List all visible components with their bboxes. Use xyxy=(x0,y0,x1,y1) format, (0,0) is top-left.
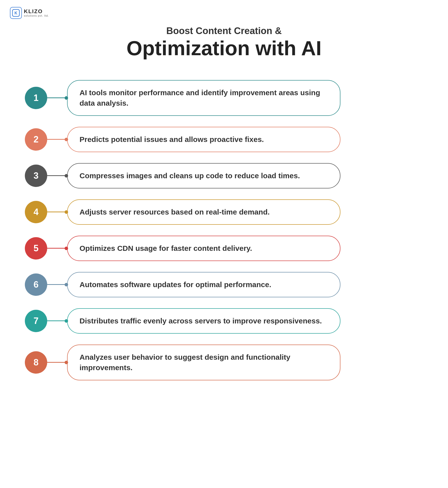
item-box-7: Distributes traffic evenly across server… xyxy=(67,308,340,334)
header-section: Boost Content Creation & Optimization wi… xyxy=(0,0,448,70)
logo-text: KLIZO solutions pvt. ltd. xyxy=(24,9,49,17)
list-item-1: 1 AI tools monitor performance and ident… xyxy=(25,75,423,121)
item-text-4: Adjusts server resources based on real-t… xyxy=(80,208,270,216)
circle-number-2: 2 xyxy=(25,128,47,151)
connector-dot-7 xyxy=(65,319,68,323)
circle-number-7: 7 xyxy=(25,310,47,332)
logo: K KLIZO solutions pvt. ltd. xyxy=(10,7,49,19)
list-item-8: 8 Analyzes user behavior to suggest desi… xyxy=(25,339,423,386)
item-text-7: Distributes traffic evenly across server… xyxy=(80,317,322,325)
connector-dot-1 xyxy=(65,96,68,100)
circle-number-1: 1 xyxy=(25,87,47,109)
item-text-2: Predicts potential issues and allows pro… xyxy=(80,135,264,143)
connector-dot-8 xyxy=(65,361,68,364)
logo-icon: K xyxy=(10,7,22,19)
connector-dot-4 xyxy=(65,210,68,214)
header-title: Optimization with AI xyxy=(0,37,448,59)
header-subtitle: Boost Content Creation & xyxy=(0,25,448,37)
item-text-5: Optimizes CDN usage for faster content d… xyxy=(80,244,252,252)
list-item-4: 4 Adjusts server resources based on real… xyxy=(25,194,423,230)
item-box-6: Automates software updates for optimal p… xyxy=(67,272,340,297)
connector-line-4 xyxy=(47,212,67,212)
connector-line-8 xyxy=(47,362,67,363)
connector-line-5 xyxy=(47,248,67,249)
list-item-5: 5 Optimizes CDN usage for faster content… xyxy=(25,230,423,266)
item-text-3: Compresses images and cleans up code to … xyxy=(80,172,300,180)
item-box-2: Predicts potential issues and allows pro… xyxy=(67,127,340,152)
logo-name: KLIZO xyxy=(24,9,49,14)
connector-line-7 xyxy=(47,320,67,321)
item-box-1: AI tools monitor performance and identif… xyxy=(67,80,340,116)
connector-dot-2 xyxy=(65,138,68,141)
connector-line-1 xyxy=(47,97,67,98)
circle-number-8: 8 xyxy=(25,351,47,374)
item-text-1: AI tools monitor performance and identif… xyxy=(80,89,320,107)
connector-dot-5 xyxy=(65,247,68,250)
circle-number-6: 6 xyxy=(25,273,47,296)
connector-dot-6 xyxy=(65,283,68,286)
item-box-5: Optimizes CDN usage for faster content d… xyxy=(67,236,340,261)
item-text-8: Analyzes user behavior to suggest design… xyxy=(80,353,290,372)
connector-line-3 xyxy=(47,175,67,176)
circle-number-5: 5 xyxy=(25,237,47,260)
circle-number-3: 3 xyxy=(25,165,47,187)
list-item-6: 6 Automates software updates for optimal… xyxy=(25,266,423,303)
circle-number-4: 4 xyxy=(25,201,47,223)
item-box-8: Analyzes user behavior to suggest design… xyxy=(67,345,340,380)
items-container: 1 AI tools monitor performance and ident… xyxy=(0,70,448,401)
list-item-7: 7 Distributes traffic evenly across serv… xyxy=(25,303,423,339)
connector-dot-3 xyxy=(65,174,68,177)
list-item-2: 2 Predicts potential issues and allows p… xyxy=(25,121,423,158)
connector-line-2 xyxy=(47,139,67,140)
connector-line-6 xyxy=(47,284,67,285)
svg-text:K: K xyxy=(14,11,17,15)
logo-tagline: solutions pvt. ltd. xyxy=(24,14,49,17)
item-box-4: Adjusts server resources based on real-t… xyxy=(67,199,340,225)
list-item-3: 3 Compresses images and cleans up code t… xyxy=(25,158,423,194)
item-box-3: Compresses images and cleans up code to … xyxy=(67,163,340,188)
item-text-6: Automates software updates for optimal p… xyxy=(80,280,271,289)
